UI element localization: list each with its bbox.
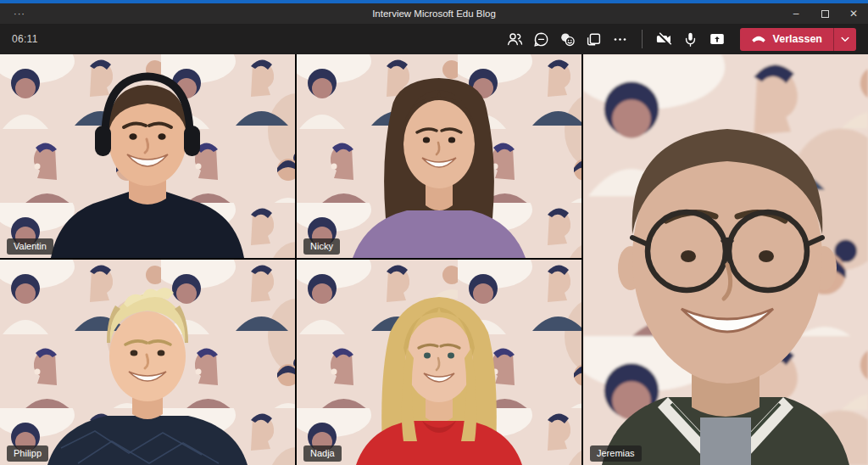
reactions-icon (559, 31, 576, 48)
chat-icon (532, 31, 550, 48)
window-controls: – ✕ (782, 3, 868, 24)
close-button[interactable]: ✕ (839, 3, 868, 24)
camera-toggle-button[interactable] (652, 26, 677, 52)
breakout-rooms-icon (585, 31, 603, 48)
video-tile-valentin[interactable]: Valentin (0, 54, 295, 258)
participant-name-label: Nicky (303, 238, 340, 255)
leave-button-main[interactable]: Verlassen (740, 28, 833, 51)
participants-icon (506, 31, 524, 48)
toolbar-divider (642, 30, 643, 48)
share-screen-button[interactable] (704, 26, 730, 52)
hangup-icon (751, 34, 766, 44)
more-options-icon (611, 31, 629, 48)
more-options-button[interactable] (608, 26, 633, 52)
chevron-down-icon (841, 36, 849, 42)
participant-name-label: Jeremias (590, 445, 642, 462)
teams-call-window: ··· Interview Microsoft Edu Blog – ✕ 06:… (0, 0, 868, 465)
video-tile-nadja[interactable]: Nadja (297, 260, 581, 465)
video-tile-philipp[interactable]: Philipp (0, 260, 295, 465)
reactions-button[interactable] (555, 26, 581, 52)
window-title: Interview Microsoft Edu Blog (0, 8, 868, 19)
chat-button[interactable] (529, 26, 554, 52)
camera-off-icon (655, 30, 674, 48)
share-screen-icon (708, 30, 726, 48)
maximize-button[interactable] (810, 3, 839, 24)
video-tile-nicky[interactable]: Nicky (297, 54, 581, 258)
minimize-button[interactable]: – (782, 3, 810, 24)
leave-button-label: Verlassen (773, 33, 822, 45)
call-timer: 06:11 (12, 33, 38, 45)
call-toolbar: 06:11 (0, 24, 868, 54)
mic-toggle-button[interactable] (678, 26, 704, 52)
titlebar-menu-button[interactable]: ··· (0, 8, 39, 19)
mic-icon (682, 31, 699, 48)
video-grid: Valentin (0, 54, 868, 465)
leave-options-button[interactable] (834, 28, 856, 51)
participant-name-label: Philipp (7, 445, 48, 462)
participant-name-label: Valentin (7, 238, 53, 255)
titlebar: ··· Interview Microsoft Edu Blog – ✕ (0, 3, 868, 24)
leave-button[interactable]: Verlassen (740, 28, 856, 51)
participants-button[interactable] (503, 26, 528, 52)
video-tile-jeremias[interactable]: Jeremias (583, 54, 868, 465)
participant-name-label: Nadja (303, 445, 342, 462)
maximize-icon (821, 10, 829, 18)
breakout-rooms-button[interactable] (581, 26, 607, 52)
